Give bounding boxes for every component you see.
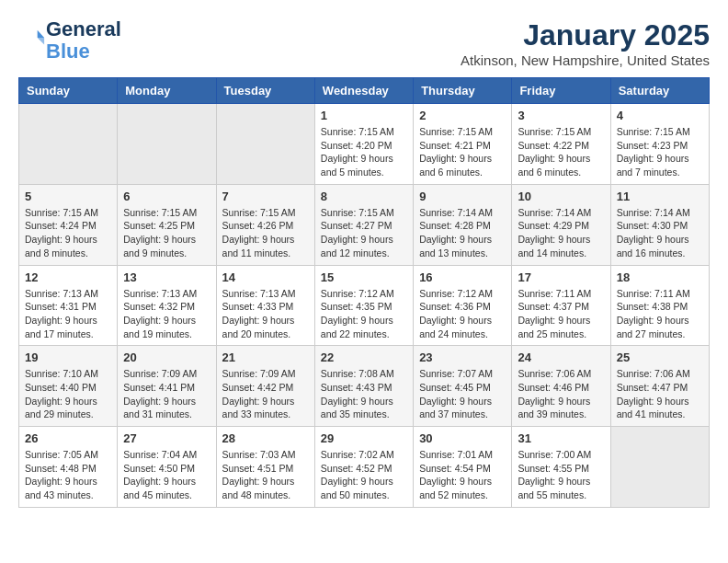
day-info: Sunrise: 7:13 AMSunset: 4:31 PMDaylight:…	[25, 287, 111, 341]
day-number: 12	[25, 270, 111, 284]
day-info: Sunrise: 7:06 AMSunset: 4:47 PMDaylight:…	[617, 367, 703, 421]
day-number: 3	[518, 109, 604, 122]
day-info: Sunrise: 7:13 AMSunset: 4:32 PMDaylight:…	[123, 287, 210, 341]
day-number: 1	[321, 109, 407, 122]
calendar-cell: 25Sunrise: 7:06 AMSunset: 4:47 PMDayligh…	[610, 346, 709, 427]
calendar-week-row: 26Sunrise: 7:05 AMSunset: 4:48 PMDayligh…	[19, 427, 710, 508]
day-number: 21	[222, 350, 309, 364]
calendar-cell: 30Sunrise: 7:01 AMSunset: 4:54 PMDayligh…	[414, 427, 512, 508]
calendar-cell: 31Sunrise: 7:00 AMSunset: 4:55 PMDayligh…	[512, 427, 610, 508]
day-number: 30	[419, 431, 506, 445]
day-info: Sunrise: 7:14 AMSunset: 4:30 PMDaylight:…	[617, 206, 703, 260]
day-number: 16	[419, 270, 506, 284]
day-number: 24	[518, 350, 604, 364]
calendar-cell: 5Sunrise: 7:15 AMSunset: 4:24 PMDaylight…	[19, 184, 118, 265]
weekday-header: Sunday	[19, 78, 118, 104]
day-number: 23	[419, 350, 506, 364]
calendar-cell: 9Sunrise: 7:14 AMSunset: 4:28 PMDaylight…	[414, 184, 512, 265]
day-info: Sunrise: 7:12 AMSunset: 4:36 PMDaylight:…	[419, 287, 506, 341]
calendar-cell: 16Sunrise: 7:12 AMSunset: 4:36 PMDayligh…	[414, 265, 512, 346]
day-number: 9	[419, 190, 506, 203]
svg-marker-1	[38, 38, 44, 44]
weekday-header: Monday	[118, 78, 216, 104]
day-number: 15	[321, 270, 407, 284]
calendar-cell: 26Sunrise: 7:05 AMSunset: 4:48 PMDayligh…	[19, 427, 118, 508]
calendar-cell: 19Sunrise: 7:10 AMSunset: 4:40 PMDayligh…	[19, 346, 118, 427]
weekday-header: Saturday	[610, 78, 709, 104]
day-number: 6	[123, 190, 210, 203]
calendar-cell: 22Sunrise: 7:08 AMSunset: 4:43 PMDayligh…	[314, 346, 413, 427]
location: Atkinson, New Hampshire, United States	[461, 52, 710, 68]
calendar-week-row: 5Sunrise: 7:15 AMSunset: 4:24 PMDaylight…	[19, 184, 710, 265]
day-info: Sunrise: 7:14 AMSunset: 4:29 PMDaylight:…	[518, 206, 604, 260]
day-info: Sunrise: 7:15 AMSunset: 4:20 PMDaylight:…	[321, 125, 407, 179]
day-number: 7	[222, 190, 309, 203]
day-number: 14	[222, 270, 309, 284]
day-info: Sunrise: 7:06 AMSunset: 4:46 PMDaylight:…	[518, 367, 604, 421]
title-block: January 2025 Atkinson, New Hampshire, Un…	[461, 18, 710, 68]
day-info: Sunrise: 7:08 AMSunset: 4:43 PMDaylight:…	[321, 367, 407, 421]
calendar-cell: 15Sunrise: 7:12 AMSunset: 4:35 PMDayligh…	[314, 265, 413, 346]
calendar-cell: 28Sunrise: 7:03 AMSunset: 4:51 PMDayligh…	[216, 427, 314, 508]
day-number: 5	[25, 190, 111, 203]
svg-marker-0	[38, 30, 44, 38]
day-info: Sunrise: 7:02 AMSunset: 4:52 PMDaylight:…	[321, 448, 407, 502]
calendar-cell: 20Sunrise: 7:09 AMSunset: 4:41 PMDayligh…	[118, 346, 216, 427]
weekday-header: Wednesday	[314, 78, 413, 104]
day-info: Sunrise: 7:15 AMSunset: 4:22 PMDaylight:…	[518, 125, 604, 179]
calendar-week-row: 19Sunrise: 7:10 AMSunset: 4:40 PMDayligh…	[19, 346, 710, 427]
calendar-cell: 27Sunrise: 7:04 AMSunset: 4:50 PMDayligh…	[118, 427, 216, 508]
day-info: Sunrise: 7:09 AMSunset: 4:42 PMDaylight:…	[222, 367, 309, 421]
calendar-cell: 8Sunrise: 7:15 AMSunset: 4:27 PMDaylight…	[314, 184, 413, 265]
calendar-cell: 29Sunrise: 7:02 AMSunset: 4:52 PMDayligh…	[314, 427, 413, 508]
calendar-cell: 14Sunrise: 7:13 AMSunset: 4:33 PMDayligh…	[216, 265, 314, 346]
calendar-cell: 1Sunrise: 7:15 AMSunset: 4:20 PMDaylight…	[314, 104, 413, 185]
day-info: Sunrise: 7:15 AMSunset: 4:25 PMDaylight:…	[123, 206, 210, 260]
day-number: 17	[518, 270, 604, 284]
day-info: Sunrise: 7:15 AMSunset: 4:21 PMDaylight:…	[419, 125, 506, 179]
day-info: Sunrise: 7:13 AMSunset: 4:33 PMDaylight:…	[222, 287, 309, 341]
day-number: 10	[518, 190, 604, 203]
day-info: Sunrise: 7:07 AMSunset: 4:45 PMDaylight:…	[419, 367, 506, 421]
calendar-cell: 24Sunrise: 7:06 AMSunset: 4:46 PMDayligh…	[512, 346, 610, 427]
day-info: Sunrise: 7:05 AMSunset: 4:48 PMDaylight:…	[25, 448, 111, 502]
calendar-cell: 13Sunrise: 7:13 AMSunset: 4:32 PMDayligh…	[118, 265, 216, 346]
day-number: 18	[617, 270, 703, 284]
day-number: 19	[25, 350, 111, 364]
calendar-cell: 4Sunrise: 7:15 AMSunset: 4:23 PMDaylight…	[610, 104, 709, 185]
day-number: 25	[617, 350, 703, 364]
day-info: Sunrise: 7:01 AMSunset: 4:54 PMDaylight:…	[419, 448, 506, 502]
calendar-week-row: 1Sunrise: 7:15 AMSunset: 4:20 PMDaylight…	[19, 104, 710, 185]
day-info: Sunrise: 7:12 AMSunset: 4:35 PMDaylight:…	[321, 287, 407, 341]
weekday-header-row: SundayMondayTuesdayWednesdayThursdayFrid…	[19, 78, 710, 104]
day-number: 11	[617, 190, 703, 203]
calendar-cell: 6Sunrise: 7:15 AMSunset: 4:25 PMDaylight…	[118, 184, 216, 265]
day-info: Sunrise: 7:11 AMSunset: 4:38 PMDaylight:…	[617, 287, 703, 341]
day-info: Sunrise: 7:00 AMSunset: 4:55 PMDaylight:…	[518, 448, 604, 502]
weekday-header: Thursday	[414, 78, 512, 104]
calendar-table: SundayMondayTuesdayWednesdayThursdayFrid…	[18, 77, 710, 508]
day-info: Sunrise: 7:15 AMSunset: 4:23 PMDaylight:…	[617, 125, 703, 179]
calendar-cell: 7Sunrise: 7:15 AMSunset: 4:26 PMDaylight…	[216, 184, 314, 265]
weekday-header: Friday	[512, 78, 610, 104]
day-number: 13	[123, 270, 210, 284]
calendar-cell: 23Sunrise: 7:07 AMSunset: 4:45 PMDayligh…	[414, 346, 512, 427]
day-number: 29	[321, 431, 407, 445]
day-info: Sunrise: 7:15 AMSunset: 4:27 PMDaylight:…	[321, 206, 407, 260]
calendar-cell	[118, 104, 216, 185]
day-number: 31	[518, 431, 604, 445]
calendar-week-row: 12Sunrise: 7:13 AMSunset: 4:31 PMDayligh…	[19, 265, 710, 346]
day-info: Sunrise: 7:15 AMSunset: 4:26 PMDaylight:…	[222, 206, 309, 260]
calendar-cell: 12Sunrise: 7:13 AMSunset: 4:31 PMDayligh…	[19, 265, 118, 346]
calendar-cell	[610, 427, 709, 508]
calendar-cell: 11Sunrise: 7:14 AMSunset: 4:30 PMDayligh…	[610, 184, 709, 265]
day-info: Sunrise: 7:03 AMSunset: 4:51 PMDaylight:…	[222, 448, 309, 502]
day-info: Sunrise: 7:09 AMSunset: 4:41 PMDaylight:…	[123, 367, 210, 421]
day-number: 28	[222, 431, 309, 445]
logo-icon	[20, 26, 46, 52]
logo-text: GeneralBlue	[46, 18, 121, 63]
calendar-cell: 2Sunrise: 7:15 AMSunset: 4:21 PMDaylight…	[414, 104, 512, 185]
day-info: Sunrise: 7:15 AMSunset: 4:24 PMDaylight:…	[25, 206, 111, 260]
calendar-cell: 10Sunrise: 7:14 AMSunset: 4:29 PMDayligh…	[512, 184, 610, 265]
weekday-header: Tuesday	[216, 78, 314, 104]
